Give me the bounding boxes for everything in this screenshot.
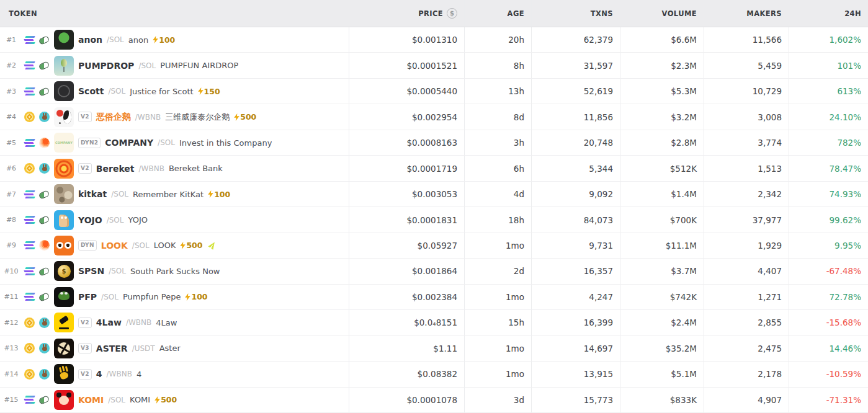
lightning-bolt-icon — [185, 293, 190, 301]
quote-token-label: /SOL — [108, 87, 125, 95]
solana-chain-icon — [24, 86, 35, 97]
token-cell: #7 kitkat /SOL Remember KitKat 100 — [0, 182, 349, 206]
txns-cell: 16,357 — [532, 259, 620, 283]
token-row[interactable]: #9 DYN LOOK /SOL LOOK 500 $0.05927 1mo 9… — [0, 233, 868, 259]
token-cell: #14 V2 4 /WBNB 4 — [0, 362, 349, 386]
column-header-makers[interactable]: MAKERS — [704, 0, 789, 27]
txns-cell: 9,731 — [532, 233, 620, 258]
txns-cell: 16,399 — [532, 310, 620, 335]
price-cell: $0.08382 — [349, 362, 465, 386]
token-cell: #15 KOMI /SOL KOMI 500 — [0, 388, 349, 412]
txns-cell: 9,092 — [532, 182, 620, 206]
usd-coin-icon[interactable]: $ — [447, 8, 457, 19]
rank-label: #5 — [2, 139, 20, 147]
token-row[interactable]: #11 PFP /SOL Pumpfun Pepe 100 $0.002384 … — [0, 285, 868, 310]
volume-cell: $2.3M — [620, 53, 704, 78]
volume-cell: $700K — [620, 207, 704, 232]
token-header-label: TOKEN — [9, 9, 37, 18]
token-cell: #10 SPSN /SOL South Park Sucks Now — [0, 259, 349, 283]
column-header-age[interactable]: AGE — [465, 0, 532, 27]
quote-token-label: /SOL — [132, 241, 150, 250]
token-symbol: PFP — [78, 292, 97, 302]
price-header-label: PRICE — [418, 9, 443, 18]
txns-cell: 62,379 — [532, 27, 620, 52]
price-cell: $0.002954 — [349, 104, 465, 129]
token-row[interactable]: #5 COMPANY DYN2 COMPANY /SOL Invest in t… — [0, 130, 868, 156]
lightning-bolt-icon — [198, 87, 204, 95]
token-avatar — [54, 261, 74, 281]
token-row[interactable]: #4 V2 恶俗企鹅 /WBNB 三维威廉泰尔企鹅 500 $0.002954 … — [0, 104, 868, 130]
pumpswap-dex-icon — [39, 86, 50, 97]
token-row[interactable]: #2 PUMPDROP /SOL PUMPFUN AIRDROP $0.0001… — [0, 53, 868, 78]
boost-amount: 100 — [214, 190, 230, 199]
volume-header-label: VOLUME — [662, 9, 697, 18]
token-cell: #11 PFP /SOL Pumpfun Pepe 100 — [0, 285, 349, 309]
txns-cell: 5,344 — [532, 156, 620, 180]
makers-cell: 11,566 — [704, 27, 789, 52]
quote-token-label: /USDT — [132, 344, 155, 353]
rank-label: #10 — [2, 267, 20, 275]
price-cell: $1.11 — [349, 336, 465, 361]
token-avatar — [54, 107, 74, 127]
age-cell: 6h — [465, 156, 532, 180]
column-header-token[interactable]: TOKEN — [0, 0, 349, 27]
token-row[interactable]: #7 kitkat /SOL Remember KitKat 100 $0.00… — [0, 182, 868, 207]
token-avatar — [54, 313, 74, 332]
txns-cell: 4,247 — [532, 285, 620, 309]
price-cell: $0.0001078 — [349, 388, 465, 412]
change-24h-cell: 1,602% — [789, 27, 868, 52]
token-row[interactable]: #1 anon /SOL anon 100 $0.001310 20h 62,3… — [0, 27, 868, 53]
makers-cell: 10,729 — [704, 79, 789, 104]
quote-token-label: /WBNB — [139, 164, 164, 173]
makers-cell: 2,178 — [704, 362, 789, 386]
pumpswap-dex-icon — [39, 215, 50, 225]
column-header-volume[interactable]: VOLUME — [620, 0, 704, 27]
token-row[interactable]: #14 V2 4 /WBNB 4 $0.08382 1mo 13,915 $5.… — [0, 362, 868, 387]
boost-indicator: 500 — [180, 241, 202, 250]
token-name: YOJO — [128, 215, 148, 224]
volume-cell: $833K — [620, 388, 704, 412]
change-24h-cell: -15.68% — [789, 310, 868, 335]
change-24h-cell: 78.47% — [789, 156, 868, 180]
column-header-24h[interactable]: 24H — [789, 0, 868, 27]
quote-token-label: /SOL — [158, 138, 175, 147]
token-row[interactable]: #15 KOMI /SOL KOMI 500 $0.0001078 3d 15,… — [0, 388, 868, 413]
boost-indicator: 150 — [198, 87, 220, 96]
volume-cell: $3.2M — [620, 104, 704, 129]
change-24h-cell: 99.62% — [789, 207, 868, 232]
solana-chain-icon — [24, 394, 35, 405]
token-row[interactable]: #6 V2 Bereket /WBNB Bereket Bank $0.0001… — [0, 156, 868, 181]
quote-token-label: /WBNB — [135, 113, 161, 122]
column-header-price[interactable]: PRICE $ — [349, 0, 465, 27]
boost-amount: 500 — [240, 112, 256, 122]
token-avatar — [54, 390, 74, 410]
volume-cell: $5.3M — [620, 79, 704, 104]
age-cell: 1mo — [465, 336, 532, 361]
token-symbol: PUMPDROP — [78, 61, 134, 71]
txns-cell: 31,597 — [532, 53, 620, 78]
lightning-bolt-icon — [180, 242, 186, 249]
token-row[interactable]: #13 V3 ASTER /USDT Aster $1.11 1mo 14,69… — [0, 336, 868, 362]
makers-cell: 2,855 — [704, 310, 789, 335]
boost-amount: 100 — [191, 292, 207, 301]
token-name: 三维威廉泰尔企鹅 — [165, 112, 230, 123]
txns-cell: 11,856 — [532, 104, 620, 129]
pancake-dex-icon — [39, 343, 50, 353]
rank-label: #13 — [2, 344, 20, 352]
makers-cell: 5,459 — [704, 53, 789, 78]
token-symbol: 4Law — [96, 318, 122, 327]
token-row[interactable]: #3 Scott /SOL Justice for Scott 150 $0.0… — [0, 79, 868, 104]
token-row[interactable]: #10 SPSN /SOL South Park Sucks Now $0.00… — [0, 259, 868, 284]
price-cell: $0.0001831 — [349, 207, 465, 232]
price-cell: $0.001864 — [349, 259, 465, 283]
age-cell: 3h — [465, 130, 532, 155]
token-avatar — [54, 364, 74, 384]
boost-amount: 500 — [161, 395, 177, 404]
column-header-txns[interactable]: TXNS — [532, 0, 620, 27]
token-row[interactable]: #12 V2 4Law /WBNB 4Law $0.0₄8151 15h 16,… — [0, 310, 868, 335]
solana-chain-icon — [24, 240, 35, 251]
token-row[interactable]: #8 YOJO /SOL YOJO $0.0001831 18h 84,073 … — [0, 207, 868, 233]
token-name: Remember KitKat — [133, 190, 204, 199]
rank-label: #6 — [2, 164, 20, 172]
txns-header-label: TXNS — [591, 9, 613, 18]
